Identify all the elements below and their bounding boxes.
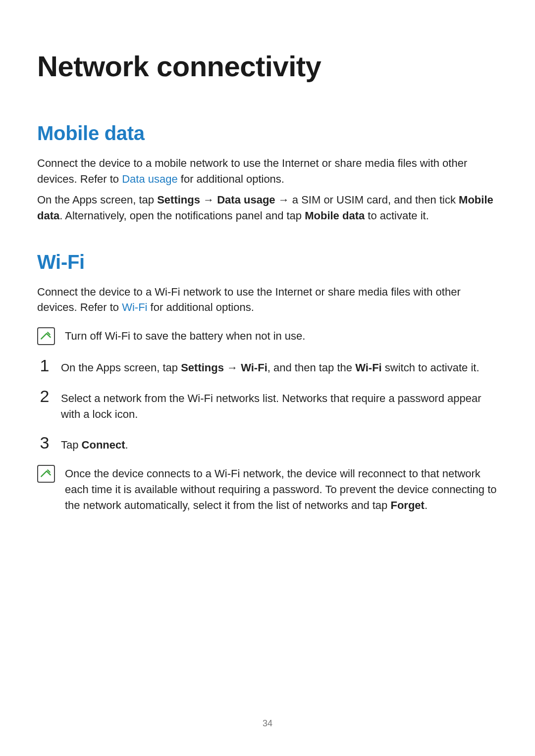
step-number: 3 <box>37 434 52 451</box>
step-text: Tap Connect. <box>61 434 128 453</box>
link-data-usage[interactable]: Data usage <box>122 173 178 185</box>
section-title-wifi: Wi-Fi <box>37 251 498 273</box>
ui-label-connect: Connect <box>82 439 125 451</box>
step-3: 3 Tap Connect. <box>37 434 498 453</box>
note-icon <box>37 327 55 345</box>
link-wifi[interactable]: Wi-Fi <box>122 301 147 313</box>
step-number: 2 <box>37 388 52 404</box>
arrow-icon: → <box>275 194 292 206</box>
chapter-title: Network connectivity <box>37 50 498 83</box>
step-text: On the Apps screen, tap Settings → Wi-Fi… <box>61 357 480 376</box>
ui-label-wifi-switch: Wi-Fi <box>355 361 382 374</box>
document-page: Network connectivity Mobile data Connect… <box>0 0 535 513</box>
step-1: 1 On the Apps screen, tap Settings → Wi-… <box>37 357 498 376</box>
text: a SIM or USIM card, and then tick <box>292 194 459 206</box>
mobile-data-paragraph-1: Connect the device to a mobile network t… <box>37 155 498 187</box>
step-number: 1 <box>37 357 52 374</box>
text: to activate it. <box>365 209 429 222</box>
ui-label-mobile-data: Mobile data <box>305 209 365 222</box>
ui-label-settings: Settings <box>157 194 200 206</box>
ui-label-forget: Forget <box>390 499 424 511</box>
step-text: Select a network from the Wi-Fi networks… <box>61 388 498 422</box>
text: On the Apps screen, tap <box>61 361 181 374</box>
ui-label-wifi: Wi-Fi <box>241 361 268 374</box>
text: . Alternatively, open the notifications … <box>59 209 305 222</box>
text: , and then tap the <box>268 361 355 374</box>
mobile-data-paragraph-2: On the Apps screen, tap Settings → Data … <box>37 192 498 224</box>
text: . <box>125 439 128 451</box>
section-title-mobile-data: Mobile data <box>37 122 498 145</box>
text: Once the device connects to a Wi-Fi netw… <box>65 467 497 511</box>
note-text: Turn off Wi-Fi to save the battery when … <box>65 326 305 344</box>
note-text: Once the device connects to a Wi-Fi netw… <box>65 464 498 513</box>
text: On the Apps screen, tap <box>37 194 157 206</box>
note-block-2: Once the device connects to a Wi-Fi netw… <box>37 464 498 513</box>
text: for additional options. <box>148 301 254 313</box>
wifi-paragraph-1: Connect the device to a Wi-Fi network to… <box>37 284 498 316</box>
text: . <box>425 499 428 511</box>
ui-label-settings: Settings <box>181 361 224 374</box>
note-block-1: Turn off Wi-Fi to save the battery when … <box>37 326 498 345</box>
page-number: 34 <box>0 718 535 729</box>
note-icon <box>37 465 55 483</box>
arrow-icon: → <box>200 194 217 206</box>
ui-label-data-usage: Data usage <box>217 194 275 206</box>
step-2: 2 Select a network from the Wi-Fi networ… <box>37 388 498 422</box>
arrow-icon: → <box>224 361 241 374</box>
text: switch to activate it. <box>382 361 480 374</box>
text: Tap <box>61 439 82 451</box>
text: for additional options. <box>178 173 284 185</box>
